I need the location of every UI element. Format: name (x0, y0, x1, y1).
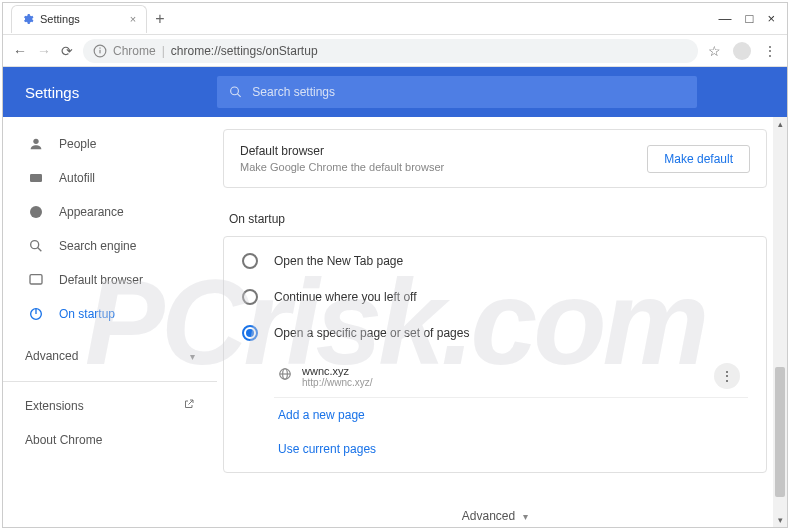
svg-rect-2 (99, 47, 100, 48)
sidebar-item-default-browser[interactable]: Default browser (3, 263, 217, 297)
about-label: About Chrome (25, 433, 102, 447)
svg-rect-10 (30, 275, 42, 284)
sidebar-item-on-startup[interactable]: On startup (3, 297, 217, 331)
chevron-down-icon: ▾ (190, 351, 195, 362)
sidebar-item-search-engine[interactable]: Search engine (3, 229, 217, 263)
forward-button[interactable]: → (37, 43, 51, 59)
reload-button[interactable]: ⟳ (61, 43, 73, 59)
advanced-footer-label: Advanced (462, 509, 515, 523)
svg-line-4 (237, 94, 240, 97)
scroll-up-arrow[interactable]: ▴ (773, 117, 787, 131)
extensions-label: Extensions (25, 399, 84, 413)
autofill-icon (27, 169, 45, 187)
use-current-pages-link[interactable]: Use current pages (224, 432, 766, 466)
info-icon (93, 44, 107, 58)
page-more-button[interactable]: ⋮ (714, 363, 740, 389)
radio-icon (242, 253, 258, 269)
startup-page-name: wwnc.xyz (302, 365, 704, 377)
browser-icon (27, 271, 45, 289)
sidebar-item-label: Default browser (59, 273, 143, 287)
startup-option-newtab[interactable]: Open the New Tab page (224, 243, 766, 279)
search-settings-box[interactable] (217, 76, 697, 108)
sidebar-item-label: Autofill (59, 171, 95, 185)
startup-page-url: http://wwnc.xyz/ (302, 377, 704, 388)
search-icon (27, 237, 45, 255)
startup-option-continue[interactable]: Continue where you left off (224, 279, 766, 315)
settings-header: Settings (3, 67, 787, 117)
on-startup-card: Open the New Tab page Continue where you… (223, 236, 767, 473)
sidebar-item-extensions[interactable]: Extensions (3, 388, 217, 423)
svg-point-5 (33, 139, 38, 144)
sidebar-item-people[interactable]: People (3, 127, 217, 161)
svg-line-9 (37, 247, 41, 251)
back-button[interactable]: ← (13, 43, 27, 59)
svg-rect-6 (30, 174, 42, 182)
radio-icon (242, 289, 258, 305)
sidebar-item-label: Appearance (59, 205, 124, 219)
scroll-thumb[interactable] (775, 367, 785, 497)
page-title: Settings (3, 84, 217, 101)
tab-title: Settings (40, 13, 80, 25)
scroll-down-arrow[interactable]: ▾ (773, 513, 787, 527)
search-icon (229, 85, 242, 99)
sidebar-item-appearance[interactable]: Appearance (3, 195, 217, 229)
startup-option-specific-pages[interactable]: Open a specific page or set of pages (224, 315, 766, 351)
external-link-icon (183, 398, 195, 413)
person-icon (27, 135, 45, 153)
sidebar-item-label: People (59, 137, 96, 151)
svg-point-3 (231, 87, 239, 95)
default-browser-subtitle: Make Google Chrome the default browser (240, 161, 444, 173)
maximize-button[interactable]: □ (746, 11, 754, 26)
search-input[interactable] (252, 85, 685, 99)
browser-tab-settings[interactable]: Settings × (11, 5, 147, 33)
radio-label: Continue where you left off (274, 290, 417, 304)
section-heading-on-startup: On startup (223, 208, 767, 236)
startup-page-row: wwnc.xyz http://wwnc.xyz/ ⋮ (274, 355, 748, 398)
svg-rect-1 (99, 49, 100, 53)
svg-point-7 (30, 206, 42, 218)
default-browser-title: Default browser (240, 144, 444, 158)
radio-icon-selected (242, 325, 258, 341)
add-new-page-link[interactable]: Add a new page (224, 398, 766, 432)
kebab-menu-icon[interactable]: ⋮ (763, 43, 777, 59)
sidebar-item-about[interactable]: About Chrome (3, 423, 217, 457)
address-bar[interactable]: Chrome | chrome://settings/onStartup (83, 39, 698, 63)
divider (3, 381, 217, 382)
globe-icon (278, 367, 292, 385)
sidebar-item-label: Search engine (59, 239, 136, 253)
advanced-footer-toggle[interactable]: Advanced ▾ (223, 493, 767, 527)
gear-icon (22, 13, 34, 25)
sidebar-item-label: On startup (59, 307, 115, 321)
radio-label: Open the New Tab page (274, 254, 403, 268)
advanced-label: Advanced (25, 349, 78, 363)
chevron-down-icon: ▾ (523, 511, 528, 522)
bookmark-star-icon[interactable]: ☆ (708, 43, 721, 59)
url-path: chrome://settings/onStartup (171, 44, 318, 58)
kebab-icon: ⋮ (720, 368, 734, 384)
settings-sidebar: People Autofill Appearance Search engine… (3, 117, 217, 527)
vertical-scrollbar[interactable]: ▴ ▾ (773, 117, 787, 527)
default-browser-card: Default browser Make Google Chrome the d… (223, 129, 767, 188)
settings-main: Default browser Make Google Chrome the d… (217, 117, 787, 527)
profile-avatar[interactable] (733, 42, 751, 60)
minimize-button[interactable]: — (719, 11, 732, 26)
window-close-button[interactable]: × (767, 11, 775, 26)
power-icon (27, 305, 45, 323)
new-tab-button[interactable]: + (155, 10, 164, 28)
sidebar-advanced-toggle[interactable]: Advanced ▾ (3, 337, 217, 375)
sidebar-item-autofill[interactable]: Autofill (3, 161, 217, 195)
close-icon[interactable]: × (130, 13, 136, 25)
url-scheme: Chrome (113, 44, 156, 58)
radio-label: Open a specific page or set of pages (274, 326, 469, 340)
make-default-button[interactable]: Make default (647, 145, 750, 173)
palette-icon (27, 203, 45, 221)
window-titlebar: Settings × + — □ × (3, 3, 787, 35)
browser-toolbar: ← → ⟳ Chrome | chrome://settings/onStart… (3, 35, 787, 67)
